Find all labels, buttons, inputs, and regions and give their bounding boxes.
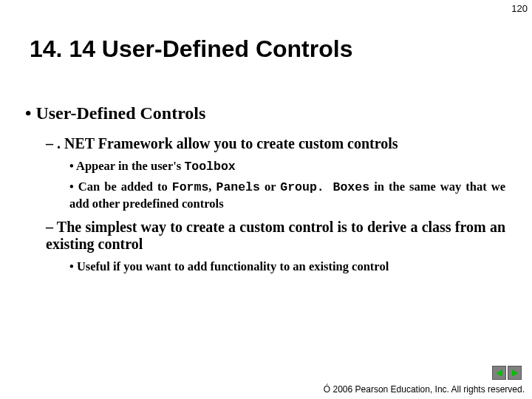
bullet-text: , bbox=[208, 180, 216, 194]
slide-title: 14. 14 User-Defined Controls bbox=[30, 35, 352, 63]
bullet-level-3: • Appear in the user's Toolbox bbox=[69, 158, 505, 174]
nav-controls bbox=[492, 366, 522, 380]
bullet-mark: • bbox=[69, 259, 74, 273]
bullet-text: User-Defined Controls bbox=[35, 103, 205, 123]
bullet-text: Appear in the user's bbox=[76, 159, 184, 173]
triangle-right-icon bbox=[512, 369, 518, 377]
code-text: Toolbox bbox=[184, 160, 235, 174]
code-text: Group. Boxes bbox=[280, 180, 369, 194]
bullet-text: or bbox=[260, 180, 280, 194]
bullet-mark: • bbox=[69, 180, 74, 194]
footer-copyright: Ó 2006 Pearson Education, Inc. All right… bbox=[324, 384, 525, 395]
bullet-level-2: – The simplest way to create a custom co… bbox=[46, 219, 505, 253]
triangle-left-icon bbox=[497, 369, 502, 377]
dash-mark: – bbox=[46, 219, 53, 235]
prev-button[interactable] bbox=[492, 366, 506, 380]
page-number: 120 bbox=[511, 3, 528, 14]
bullet-level-2: – . NET Framework allow you to create cu… bbox=[46, 135, 505, 152]
bullet-text: Can be added to bbox=[78, 180, 172, 194]
footer-text: 2006 Pearson Education, Inc. All rights … bbox=[330, 384, 525, 395]
content-area: • User-Defined Controls – . NET Framewor… bbox=[25, 103, 505, 279]
bullet-mark: • bbox=[69, 159, 74, 173]
code-text: Forms bbox=[172, 180, 209, 194]
bullet-level-3: • Can be added to Forms, Panels or Group… bbox=[69, 179, 505, 211]
bullet-level-1: • User-Defined Controls bbox=[25, 103, 505, 123]
bullet-text: . NET Framework allow you to create cust… bbox=[57, 135, 398, 151]
dash-mark: – bbox=[46, 135, 53, 151]
copyright-symbol: Ó bbox=[324, 384, 330, 395]
bullet-mark: • bbox=[25, 103, 31, 123]
bullet-text: The simplest way to create a custom cont… bbox=[46, 219, 505, 252]
code-text: Panels bbox=[216, 180, 259, 194]
bullet-text: Useful if you want to add functionality … bbox=[77, 259, 389, 273]
next-button[interactable] bbox=[508, 366, 522, 380]
bullet-level-3: • Useful if you want to add functionalit… bbox=[69, 259, 505, 274]
